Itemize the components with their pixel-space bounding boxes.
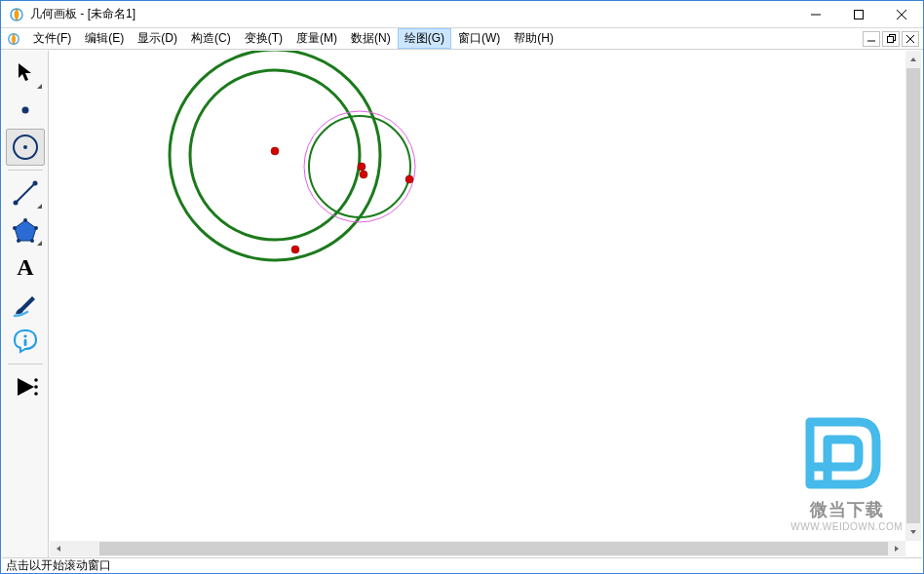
menu-graph[interactable]: 绘图(G): [398, 28, 451, 49]
canvas-point[interactable]: [358, 163, 366, 171]
menu-construct[interactable]: 构造(C): [184, 28, 238, 49]
client-area: A 微当下载 WWW.WEIDOWN.COM: [2, 51, 922, 557]
marker-tool[interactable]: [6, 286, 45, 323]
svg-point-16: [32, 181, 37, 186]
scroll-right-button[interactable]: [888, 541, 905, 556]
custom-tool[interactable]: [6, 368, 45, 405]
status-text: 点击以开始滚动窗口: [6, 557, 111, 574]
canvas-point[interactable]: [271, 147, 279, 155]
svg-point-24: [23, 334, 26, 337]
menu-file[interactable]: 文件(F): [26, 28, 78, 49]
drawing-canvas[interactable]: 微当下载 WWW.WEIDOWN.COM: [49, 51, 922, 557]
menu-bar: 文件(F) 编辑(E) 显示(D) 构造(C) 变换(T) 度量(M) 数据(N…: [1, 28, 923, 50]
svg-point-20: [30, 239, 34, 243]
horizontal-scrollbar[interactable]: [50, 541, 905, 556]
canvas-circle[interactable]: [170, 51, 380, 260]
tool-separator: [8, 170, 43, 171]
mdi-close-button[interactable]: [902, 31, 919, 47]
tool-separator: [8, 364, 43, 364]
menu-edit[interactable]: 编辑(E): [78, 28, 131, 49]
svg-point-15: [13, 201, 18, 206]
menu-measure[interactable]: 度量(M): [289, 28, 344, 49]
menu-window[interactable]: 窗口(W): [451, 28, 507, 49]
select-arrow-tool[interactable]: [6, 55, 45, 92]
svg-point-11: [21, 107, 28, 114]
menu-display[interactable]: 显示(D): [131, 28, 184, 49]
svg-point-13: [23, 145, 27, 149]
maximize-button[interactable]: [837, 1, 880, 28]
horizontal-scroll-thumb[interactable]: [99, 542, 888, 555]
app-icon: [9, 7, 24, 22]
canvas-point[interactable]: [405, 175, 413, 183]
line-tool[interactable]: [6, 174, 45, 211]
scroll-left-button[interactable]: [50, 541, 67, 556]
toolbox: A: [2, 51, 49, 557]
window-title: 几何画板 - [未命名1]: [30, 6, 135, 22]
svg-marker-17: [15, 220, 36, 241]
expand-icon: [37, 241, 42, 246]
point-tool[interactable]: [6, 92, 45, 129]
svg-line-14: [16, 183, 35, 203]
svg-point-19: [34, 226, 38, 230]
svg-rect-25: [23, 339, 26, 346]
info-tool[interactable]: [6, 323, 45, 360]
svg-rect-8: [887, 37, 893, 43]
scroll-down-button[interactable]: [905, 523, 921, 541]
minimize-button[interactable]: [794, 1, 837, 28]
svg-text:A: A: [17, 254, 34, 280]
vertical-scrollbar[interactable]: [905, 51, 921, 541]
svg-point-21: [17, 239, 20, 243]
svg-point-22: [13, 226, 17, 230]
menu-data[interactable]: 数据(N): [344, 28, 398, 49]
expand-icon: [37, 84, 42, 89]
svg-point-26: [34, 378, 38, 382]
doc-icon: [7, 32, 20, 46]
expand-icon: [37, 204, 42, 209]
mdi-restore-button[interactable]: [882, 31, 900, 47]
circle-tool[interactable]: [6, 129, 45, 166]
scroll-up-button[interactable]: [905, 51, 921, 68]
menu-help[interactable]: 帮助(H): [507, 28, 560, 49]
svg-rect-2: [855, 10, 864, 19]
mdi-controls: [863, 31, 923, 47]
vertical-scroll-thumb[interactable]: [906, 68, 920, 523]
text-tool[interactable]: A: [6, 249, 45, 286]
title-bar: 几何画板 - [未命名1]: [1, 1, 923, 28]
canvas-point[interactable]: [360, 171, 367, 178]
menu-transform[interactable]: 变换(T): [238, 28, 289, 49]
mdi-minimize-button[interactable]: [863, 31, 880, 47]
canvas-point[interactable]: [291, 246, 299, 253]
polygon-tool[interactable]: [6, 211, 45, 249]
svg-point-28: [34, 392, 38, 396]
status-bar: 点击以开始滚动窗口: [2, 557, 922, 573]
close-button[interactable]: [880, 1, 923, 28]
svg-point-18: [23, 218, 27, 222]
svg-point-27: [34, 385, 38, 389]
